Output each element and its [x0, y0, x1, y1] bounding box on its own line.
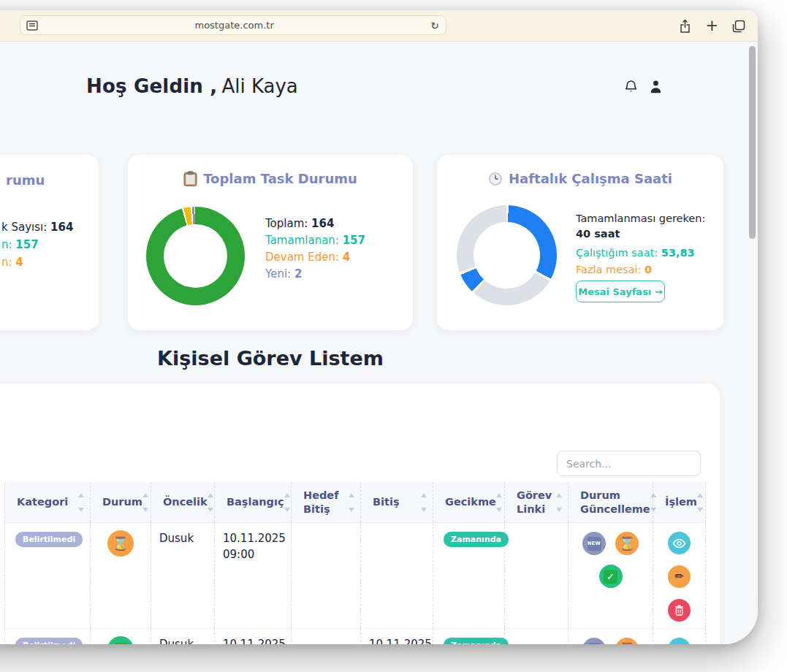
- greeting-text: Hoş Geldin ,: [86, 75, 217, 97]
- delay-badge: Zamanında: [444, 532, 509, 547]
- hourglass-icon: ⌛: [619, 537, 635, 550]
- clock-icon: [488, 172, 503, 186]
- set-status-inprogress-button[interactable]: ⌛: [615, 638, 639, 644]
- priority-cell: Dusuk: [151, 523, 215, 628]
- column-header-durum[interactable]: Durum: [91, 482, 151, 522]
- set-status-inprogress-button[interactable]: ⌛: [615, 532, 639, 555]
- eye-icon: [672, 644, 686, 645]
- table-row: Belirtilmedi ✓ Dusuk 10.11.2025 10.11.20…: [4, 629, 706, 644]
- stat-calistigim: Çalıştığım saat: 53,83: [576, 247, 695, 259]
- sort-icons[interactable]: [697, 492, 703, 513]
- sort-icons[interactable]: [284, 492, 290, 513]
- sort-icons[interactable]: [349, 492, 354, 513]
- trash-icon: [674, 605, 684, 616]
- set-status-new-button[interactable]: NEW: [582, 532, 606, 555]
- reload-icon[interactable]: ↻: [430, 20, 439, 31]
- column-header-oncelik[interactable]: Öncelik: [151, 482, 215, 522]
- address-bar[interactable]: mostgate.com.tr ↻: [20, 15, 446, 35]
- card-total-task-status: Toplam Task Durumu Toplam: 164 Tamamlana…: [128, 155, 413, 330]
- stat-yeni: Yeni: 2: [265, 267, 302, 280]
- target-end-cell: [292, 629, 361, 644]
- task-table-card: Kategori Durum Öncelik Başlangıç Hedef B…: [0, 383, 720, 644]
- table-header-row: Kategori Durum Öncelik Başlangıç Hedef B…: [4, 482, 706, 523]
- notification-bell-icon[interactable]: [625, 80, 637, 94]
- column-header-kategori[interactable]: Kategori: [4, 482, 91, 522]
- sort-icons[interactable]: [421, 492, 427, 513]
- edit-button[interactable]: ✏: [668, 565, 691, 588]
- new-icon: NEW: [588, 537, 601, 551]
- url-text[interactable]: mostgate.com.tr: [38, 20, 430, 31]
- actions-cell: ✏: [653, 523, 706, 628]
- sort-icons[interactable]: [496, 492, 502, 513]
- stat-gereken: Tamamlanması gereken: 40 saat: [576, 211, 718, 242]
- new-tab-icon[interactable]: +: [705, 18, 718, 34]
- task-table: Kategori Durum Öncelik Başlangıç Hedef B…: [4, 482, 706, 644]
- end-date-cell: [361, 523, 433, 628]
- priority-cell: Dusuk: [151, 629, 215, 644]
- hours-donut-chart: [457, 205, 557, 305]
- sidebar-icon[interactable]: [26, 20, 38, 31]
- status-update-cell: NEW ⌛ ✓: [569, 523, 653, 628]
- new-icon: NEW: [588, 643, 601, 645]
- column-header-gecikme[interactable]: Gecikme: [433, 482, 505, 522]
- eye-icon: [672, 538, 686, 549]
- start-date-cell: 10.11.202509:00: [215, 523, 292, 628]
- status-hourglass-icon: ⌛: [107, 530, 134, 557]
- tab-overview-icon[interactable]: [732, 20, 745, 33]
- sort-icons[interactable]: [142, 492, 148, 513]
- user-name: Ali Kaya: [221, 75, 297, 97]
- column-header-baslangic[interactable]: Başlangıç: [215, 482, 292, 522]
- column-header-gorev-linki[interactable]: Görev Linki: [505, 482, 569, 522]
- hourglass-icon: ⌛: [619, 643, 635, 644]
- task-link-cell: [505, 523, 569, 628]
- greeting: Hoş Geldin ,Ali Kaya: [86, 75, 298, 97]
- stat-tamamlanan: Tamamlanan: 157: [265, 234, 365, 247]
- card-title-partial: rumu: [6, 172, 45, 188]
- task-donut-chart: [146, 207, 245, 305]
- table-row: Belirtilmedi ⌛ Dusuk 10.11.202509:00 Zam…: [4, 523, 706, 629]
- column-header-bitis[interactable]: Bitiş: [361, 482, 433, 522]
- card-title-total-task: Toplam Task Durumu: [203, 171, 357, 186]
- view-button[interactable]: [668, 532, 691, 554]
- set-status-new-button[interactable]: NEW: [582, 638, 606, 644]
- check-icon: ✓: [604, 570, 617, 584]
- view-button[interactable]: [668, 638, 691, 644]
- category-badge: Belirtilmedi: [15, 532, 83, 547]
- column-header-hedef-bitis[interactable]: Hedef Bitiş: [292, 482, 361, 522]
- target-end-cell: [292, 523, 361, 628]
- start-date-cell: 10.11.2025: [215, 629, 292, 644]
- stat-toplam: Toplam: 164: [265, 217, 334, 230]
- clipboard-icon: [183, 171, 197, 186]
- browser-toolbar: mostgate.com.tr ↻ +: [0, 10, 758, 42]
- stat-devam-eden: Devam Eden: 4: [265, 251, 350, 264]
- sort-icons[interactable]: [208, 492, 213, 513]
- section-title: Kişisel Görev Listem: [139, 347, 402, 370]
- status-check-icon: ✓: [107, 636, 134, 644]
- search-input[interactable]: [557, 451, 701, 476]
- task-link-cell: [505, 629, 569, 644]
- card-title-weekly-hours: Haftalık Çalışma Saati: [509, 171, 672, 186]
- card-weekly-hours: Haftalık Çalışma Saati Tamamlanması gere…: [437, 155, 723, 330]
- mesai-sayfasi-button[interactable]: Mesai Sayfası →: [576, 280, 665, 302]
- stat-fazla-mesai: Fazla mesai: 0: [576, 264, 652, 275]
- pencil-icon: ✏: [674, 571, 684, 582]
- scrollbar-thumb[interactable]: [749, 46, 756, 239]
- delete-button[interactable]: [668, 599, 691, 622]
- set-status-done-button[interactable]: ✓: [599, 565, 623, 588]
- end-date-cell: 10.11.2025: [361, 629, 433, 644]
- card-partial-task-status: rumu k Sayısı: 164 n: 157 n: 4: [0, 155, 99, 330]
- category-badge: Belirtilmedi: [15, 638, 83, 644]
- user-profile-icon[interactable]: [650, 80, 661, 93]
- column-header-islem[interactable]: İşlem: [653, 482, 706, 522]
- sort-icons[interactable]: [78, 492, 84, 513]
- sort-icons[interactable]: [556, 492, 562, 513]
- status-update-cell: NEW ⌛: [569, 629, 653, 644]
- stat-task-count: k Sayısı: 164: [1, 221, 73, 234]
- share-icon[interactable]: [679, 19, 691, 34]
- page-content: Hoş Geldin ,Ali Kaya rumu k Sayısı: 164 …: [0, 42, 758, 644]
- actions-cell: [653, 629, 706, 644]
- stat-inprogress: n: 4: [1, 256, 23, 269]
- stat-completed: n: 157: [1, 238, 39, 251]
- delay-badge: Zamanında: [444, 638, 509, 644]
- column-header-durum-guncelleme[interactable]: Durum Güncelleme: [569, 482, 653, 522]
